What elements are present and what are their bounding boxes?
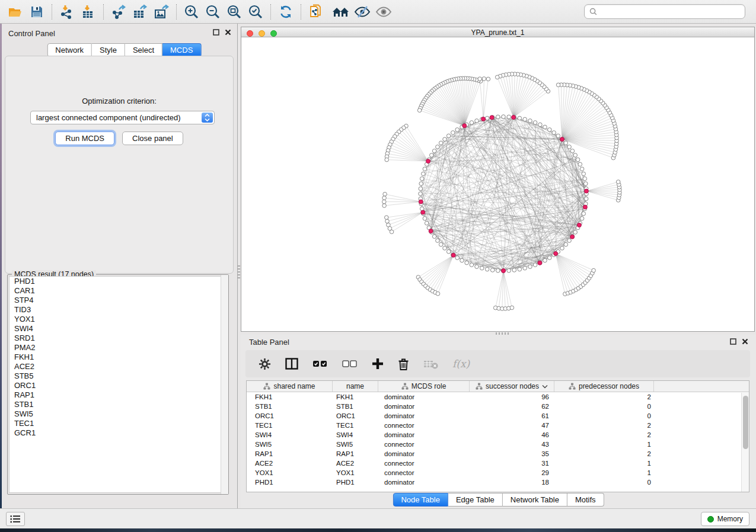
column-header-name[interactable]: name	[333, 381, 378, 392]
open-file-button[interactable]	[5, 2, 26, 21]
table-row[interactable]: FKH1FKH1dominator962	[247, 392, 749, 402]
mcds-result-item[interactable]: STB5	[9, 371, 227, 381]
delete-column-icon[interactable]	[398, 358, 409, 370]
table-cell: ORC1	[247, 412, 333, 419]
open-network-file-button[interactable]	[305, 2, 327, 21]
close-panel-icon[interactable]	[742, 338, 748, 345]
close-panel-icon[interactable]	[225, 29, 231, 36]
table-cell: FKH1	[247, 393, 333, 400]
mcds-result-item[interactable]: ACE2	[9, 362, 227, 371]
memory-status-icon	[707, 516, 714, 523]
export-network-button[interactable]	[108, 2, 129, 21]
column-visibility-icon[interactable]	[285, 358, 298, 370]
table-cell: STB1	[247, 403, 333, 410]
mcds-list-scrollbar[interactable]	[221, 275, 228, 494]
table-row[interactable]: SWI5SWI5connector431	[247, 440, 749, 449]
zoom-fit-icon	[227, 4, 242, 20]
task-history-button[interactable]	[6, 512, 25, 526]
tab-edge-table[interactable]: Edge Table	[448, 493, 503, 507]
mcds-result-item[interactable]: TID3	[9, 305, 227, 315]
network-window-titlebar: YPA_prune.txt_1	[241, 27, 754, 37]
show-all-button[interactable]	[330, 2, 352, 21]
table-scrollbar-thumb[interactable]	[743, 396, 748, 449]
zoom-fit-button[interactable]	[224, 2, 245, 21]
mcds-result-item[interactable]: CAR1	[9, 286, 227, 296]
table-cell: SWI4	[333, 431, 378, 438]
table-settings-gear-icon[interactable]	[259, 358, 271, 370]
mcds-result-item[interactable]: ORC1	[9, 381, 227, 390]
mcds-result-item[interactable]: PHD1	[9, 277, 227, 286]
import-network-button[interactable]	[56, 2, 78, 21]
mcds-result-item[interactable]: FKH1	[9, 352, 227, 362]
float-panel-icon[interactable]	[213, 29, 219, 36]
column-header-predecessor-nodes[interactable]: predecessor nodes	[554, 381, 654, 392]
zoom-out-button[interactable]	[202, 2, 224, 21]
tab-mcds[interactable]: MCDS	[162, 43, 201, 57]
table-cell: 96	[470, 393, 554, 400]
mcds-result-item[interactable]: SWI5	[9, 409, 227, 419]
tab-network-table[interactable]: Network Table	[503, 493, 567, 507]
table-cell: 2	[554, 450, 654, 457]
mcds-result-item[interactable]: STP4	[9, 296, 227, 305]
table-panel: Table Panel	[241, 335, 756, 508]
table-cell: STB1	[333, 403, 378, 410]
tab-network[interactable]: Network	[47, 43, 92, 57]
column-header-mcds-role[interactable]: MCDS role	[378, 381, 470, 392]
mcds-result-item[interactable]: GCR1	[9, 428, 227, 438]
mcds-result-item[interactable]: PMA2	[9, 343, 227, 352]
hide-selected-button[interactable]	[352, 2, 373, 21]
save-session-button[interactable]	[26, 2, 47, 21]
optimization-criterion-select[interactable]: largest connected component (undirected)	[30, 111, 215, 124]
zoom-in-button[interactable]	[181, 2, 202, 21]
column-header-shared-name[interactable]: shared name	[247, 381, 333, 392]
zoom-selected-button[interactable]	[245, 2, 266, 21]
show-selected-button[interactable]	[373, 2, 394, 21]
memory-button[interactable]: Memory	[701, 512, 749, 526]
close-panel-button[interactable]: Close panel	[122, 132, 183, 145]
refresh-button[interactable]	[275, 2, 296, 21]
run-mcds-button[interactable]: Run MCDS	[55, 132, 114, 145]
table-row[interactable]: TEC1TEC1connector472	[247, 421, 749, 430]
table-cell: connector	[378, 469, 470, 476]
table-row[interactable]: SWI4SWI4dominator462	[247, 430, 749, 440]
export-image-button[interactable]	[151, 2, 172, 21]
mcds-result-item[interactable]: SWI4	[9, 324, 227, 334]
optimization-criterion-label: Optimization criterion:	[5, 97, 233, 105]
table-row[interactable]: PHD1PHD1dominator180	[247, 477, 749, 487]
tab-select[interactable]: Select	[125, 43, 162, 57]
table-cell: 46	[470, 431, 554, 438]
export-table-button[interactable]	[129, 2, 151, 21]
vertical-splitter[interactable]	[238, 265, 240, 278]
mcds-result-item[interactable]: TEC1	[9, 419, 227, 428]
network-view-canvas[interactable]	[241, 37, 754, 331]
tab-motifs[interactable]: Motifs	[567, 493, 604, 507]
table-cell: YOX1	[333, 469, 378, 476]
table-row[interactable]: ORC1ORC1dominator610	[247, 411, 749, 421]
table-cell: 0	[554, 412, 654, 419]
eye-slash-icon	[354, 5, 371, 19]
table-scrollbar[interactable]	[741, 393, 749, 492]
select-all-icon[interactable]	[312, 360, 328, 368]
tab-style[interactable]: Style	[92, 43, 125, 57]
table-row[interactable]: ACE2ACE2connector311	[247, 459, 749, 468]
column-header-successor-nodes[interactable]: successor nodes	[470, 381, 554, 392]
float-panel-icon[interactable]	[730, 338, 736, 345]
table-header-row: shared namenameMCDS rolesuccessor nodesp…	[247, 381, 749, 392]
mcds-result-item[interactable]: YOX1	[9, 315, 227, 324]
table-row[interactable]: YOX1YOX1connector291	[247, 468, 749, 477]
mcds-result-item[interactable]: RAP1	[9, 390, 227, 400]
tab-node-table[interactable]: Node Table	[393, 493, 448, 507]
add-column-icon[interactable]	[372, 358, 384, 370]
search-input[interactable]	[601, 8, 740, 16]
import-table-button[interactable]	[78, 2, 99, 21]
table-row[interactable]: STB1STB1dominator620	[247, 402, 749, 411]
table-cell: ORC1	[333, 412, 378, 419]
eye-icon	[375, 5, 392, 19]
table-row[interactable]: RAP1RAP1dominator352	[247, 449, 749, 459]
mcds-result-item[interactable]: STB1	[9, 400, 227, 409]
deselect-all-icon[interactable]	[342, 360, 358, 368]
destroy-table-icon	[423, 359, 438, 369]
network-document-icon	[308, 4, 324, 20]
mcds-result-item[interactable]: SRD1	[9, 334, 227, 343]
mcds-result-list: PHD1CAR1STP4TID3YOX1SWI4SRD1PMA2FKH1ACE2…	[9, 276, 227, 493]
